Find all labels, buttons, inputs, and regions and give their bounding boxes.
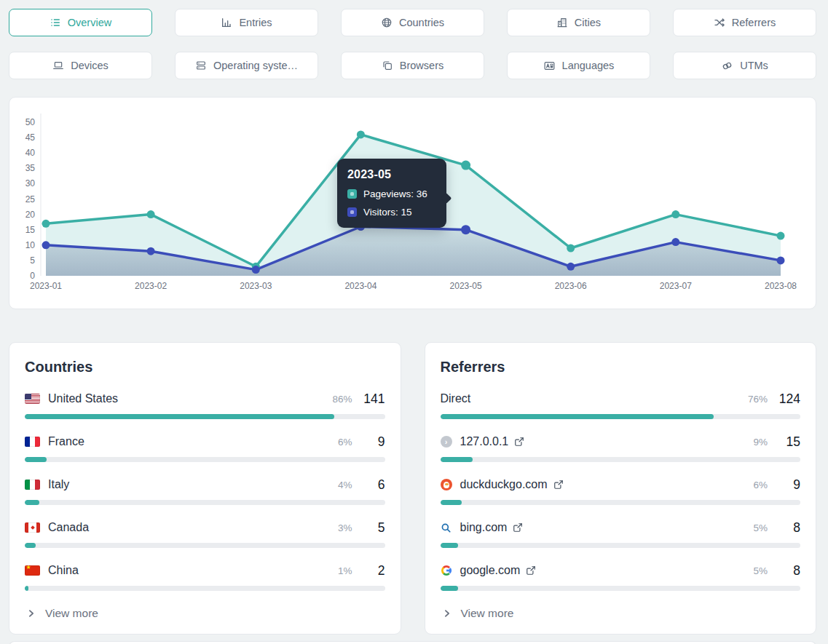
tab-label: Overview xyxy=(68,17,111,28)
countries-view-more-button[interactable]: View more xyxy=(25,607,385,620)
france-flag-icon xyxy=(25,437,40,447)
y-axis-tick-label: 35 xyxy=(25,163,36,173)
country-value: 141 xyxy=(362,391,385,407)
tab-label: Devices xyxy=(71,60,109,71)
tab-referrers[interactable]: Referrers xyxy=(673,9,816,36)
country-row-italy[interactable]: Italy 4% 6 xyxy=(25,476,385,505)
tab-label: Operating syste… xyxy=(213,60,298,71)
x-axis-tick-label: 2023-08 xyxy=(765,281,797,291)
referrer-value: 8 xyxy=(777,563,800,579)
tab-devices[interactable]: Devices xyxy=(9,52,152,79)
country-row-china[interactable]: China 1% 2 xyxy=(25,562,385,591)
chart-tooltip: 2023-05 Pageviews: 36 Visitors: 15 xyxy=(337,159,446,228)
x-axis-tick-label: 2023-05 xyxy=(450,281,482,291)
country-bar-fill xyxy=(25,414,334,419)
country-percent: 4% xyxy=(338,480,352,490)
country-percent: 86% xyxy=(332,394,352,405)
referrers-card: Referrers Direct 76% 124 › 127.0.0.1 9% xyxy=(425,342,817,635)
visitors-data-point[interactable] xyxy=(42,241,50,249)
referrer-percent: 5% xyxy=(753,565,768,576)
tab-label: Countries xyxy=(399,17,444,28)
pageviews-data-point[interactable] xyxy=(357,130,365,138)
y-axis-tick-label: 0 xyxy=(30,271,35,281)
x-axis-tick-label: 2023-03 xyxy=(240,281,272,291)
country-bar-track xyxy=(25,457,385,462)
next-card-partial xyxy=(9,641,816,644)
referrer-row-127001[interactable]: › 127.0.0.1 9% 15 xyxy=(441,433,801,462)
tab-cities[interactable]: Cities xyxy=(507,9,650,36)
server-icon xyxy=(195,60,207,71)
referrer-percent: 6% xyxy=(753,480,768,490)
y-axis-tick-label: 5 xyxy=(30,255,35,266)
visitors-data-point[interactable] xyxy=(252,266,260,274)
visitors-data-point[interactable] xyxy=(567,263,575,271)
visitors-data-point[interactable] xyxy=(777,256,785,264)
country-percent: 1% xyxy=(338,565,352,576)
pageviews-data-point[interactable] xyxy=(567,245,575,253)
external-link-icon[interactable] xyxy=(513,522,523,533)
referrers-view-more-button[interactable]: View more xyxy=(441,607,801,620)
referrer-bar-track xyxy=(441,414,801,419)
referrer-name: bing.com xyxy=(460,521,508,534)
referrer-bar-track xyxy=(441,457,801,462)
chevron-right-icon xyxy=(443,609,452,618)
referrer-row-direct[interactable]: Direct 76% 124 xyxy=(441,390,801,419)
visitors-data-point[interactable] xyxy=(671,238,679,246)
country-bar-track xyxy=(25,414,385,419)
y-axis-tick-label: 30 xyxy=(25,178,36,188)
tab-languages[interactable]: Languages xyxy=(507,52,650,79)
country-percent: 6% xyxy=(338,437,352,448)
referrer-bar-fill xyxy=(441,414,714,419)
x-axis-tick-label: 2023-01 xyxy=(30,281,62,291)
referrer-bar-track xyxy=(441,543,801,548)
pageviews-data-point[interactable] xyxy=(147,210,155,218)
country-bar-track xyxy=(25,500,385,505)
referrer-row-bing[interactable]: bing.com 5% 8 xyxy=(441,519,801,548)
x-axis-tick-label: 2023-02 xyxy=(135,281,167,291)
pageviews-data-point[interactable] xyxy=(671,210,679,218)
referrer-row-duckduckgo[interactable]: duckduckgo.com 6% 9 xyxy=(441,476,801,505)
tooltip-date: 2023-05 xyxy=(347,168,436,181)
pageviews-data-point[interactable] xyxy=(461,161,470,170)
duckduckgo-favicon xyxy=(441,479,452,490)
country-row-canada[interactable]: Canada 3% 5 xyxy=(25,519,385,548)
external-link-icon[interactable] xyxy=(553,480,564,490)
tooltip-pageviews-value: Pageviews: 36 xyxy=(363,188,427,199)
tab-countries[interactable]: Countries xyxy=(341,9,484,36)
pageviews-data-point[interactable] xyxy=(42,220,50,228)
referrer-name: 127.0.0.1 xyxy=(460,435,509,448)
referrer-value: 124 xyxy=(777,391,800,407)
visitors-data-point[interactable] xyxy=(147,247,155,255)
referrer-bar-fill xyxy=(441,543,459,548)
country-bar-fill xyxy=(25,543,36,548)
referrer-row-google[interactable]: google.com 5% 8 xyxy=(441,562,801,591)
country-row-france[interactable]: France 6% 9 xyxy=(25,433,385,462)
china-flag-icon xyxy=(25,565,40,576)
country-bar-fill xyxy=(25,586,28,591)
pageviews-data-point[interactable] xyxy=(777,232,785,240)
tab-entries[interactable]: Entries xyxy=(175,9,318,36)
tab-label: Referrers xyxy=(732,17,776,28)
country-value: 9 xyxy=(362,434,385,450)
y-axis-tick-label: 10 xyxy=(25,240,36,250)
bing-favicon xyxy=(441,522,452,533)
referrer-bar-fill xyxy=(441,500,462,505)
traffic-chart-card: 051015202530354045502023-012023-022023-0… xyxy=(9,97,816,309)
country-name: Italy xyxy=(48,478,69,491)
y-axis-tick-label: 15 xyxy=(25,225,36,235)
us-flag-icon xyxy=(25,394,40,404)
windows-icon xyxy=(382,60,393,71)
tab-label: Languages xyxy=(562,60,615,71)
tab-browsers[interactable]: Browsers xyxy=(341,52,484,79)
referrer-name: Direct xyxy=(441,392,471,405)
tab-operating-systems[interactable]: Operating syste… xyxy=(175,52,318,79)
external-link-icon[interactable] xyxy=(526,565,536,576)
tab-overview[interactable]: Overview xyxy=(9,9,152,36)
y-axis-tick-label: 40 xyxy=(25,148,36,158)
tab-utms[interactable]: UTMs xyxy=(673,52,816,79)
country-percent: 3% xyxy=(338,522,352,533)
visitors-data-point[interactable] xyxy=(461,225,470,234)
countries-card: Countries United States 86% 141 France 6… xyxy=(9,342,401,635)
country-row-united-states[interactable]: United States 86% 141 xyxy=(25,390,385,419)
external-link-icon[interactable] xyxy=(514,437,524,447)
